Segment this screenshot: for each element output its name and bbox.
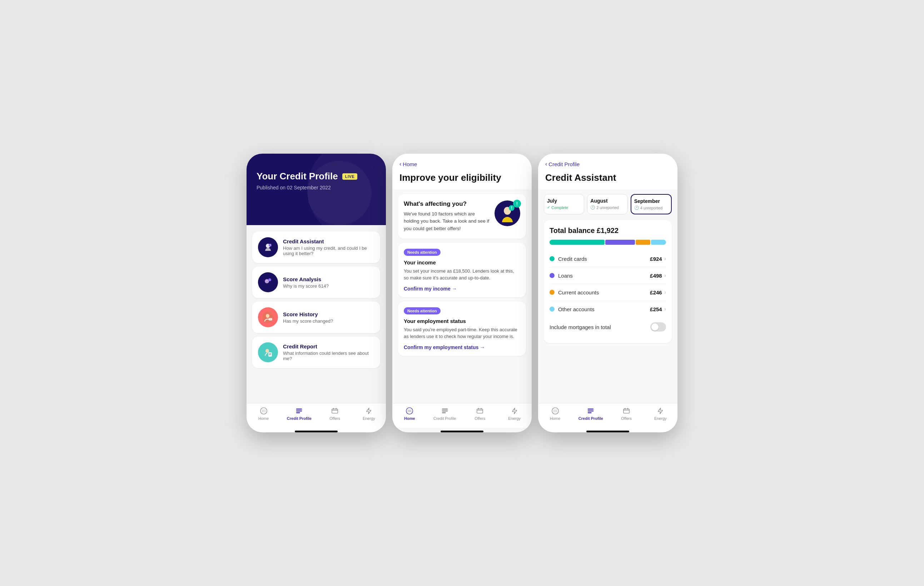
phone3-nav-offers[interactable]: Offers [615,407,637,421]
phone2-nav-credit-profile[interactable]: Credit Profile [434,407,456,421]
svg-point-53 [553,411,554,412]
svg-rect-30 [332,409,338,413]
phone3-nav-credit-profile-label: Credit Profile [579,416,603,421]
nav-credit-profile-label: Credit Profile [287,416,312,421]
phone3-nav-credit-profile[interactable]: Credit Profile [579,407,603,421]
back-chevron-icon-3: ‹ [545,161,547,167]
svg-rect-56 [588,409,594,410]
menu-card-score-analysis[interactable]: ? ! Score Analysis Why is my score 614? [252,267,380,298]
svg-point-11 [266,314,269,318]
balance-items: Credit cards £924 › Loans £498 › [549,251,666,317]
credit-cards-arrow: › [664,256,666,262]
svg-point-15 [266,349,269,353]
phone2-nav-home-label: Home [404,416,415,421]
loans-label: Loans [558,272,573,279]
svg-point-20 [260,408,267,414]
svg-point-26 [264,411,265,412]
credit-report-title: Credit Report [283,343,375,350]
phone3-nav-home[interactable]: Home [544,407,566,421]
nav-offers[interactable]: Offers [324,407,345,421]
svg-point-39 [411,410,411,411]
current-accounts-dot [549,290,554,295]
svg-point-24 [262,411,262,412]
balance-row-current-accounts[interactable]: Current accounts £246 › [549,284,666,301]
svg-rect-60 [625,408,625,410]
balance-title: Total balance £1,922 [549,226,666,235]
employment-desc: You said you're employed part-time. Keep… [404,326,520,340]
score-analysis-icon: ? ! [258,272,278,292]
svg-rect-44 [442,411,448,412]
svg-point-21 [262,410,262,411]
credit-cards-left: Credit cards [549,256,587,262]
loans-amount: £498 › [650,272,666,279]
phone3-content: July ✓ Complete August 🕐 2 unreported Se… [538,189,677,403]
nav-home-label: Home [258,416,269,421]
phone2-nav-offers[interactable]: Offers [469,407,490,421]
confirm-employment-link[interactable]: Confirm my employment status → [404,345,520,350]
phone1-bottom-nav: Home Credit Profile Offers Energy [247,403,386,428]
svg-rect-57 [588,411,594,412]
home-indicator-3 [586,431,629,432]
svg-rect-17 [269,353,271,354]
month-tab-july[interactable]: July ✓ Complete [544,194,584,215]
september-name: September [634,198,668,204]
phone3-bottom-nav: Home Credit Profile Offers Energy [538,403,677,428]
svg-point-52 [556,410,557,411]
confirm-employment-text: Confirm my employment status → [404,345,485,350]
score-analysis-text: Score Analysis Why is my score 614? [283,276,375,289]
nav-home[interactable]: Home [253,407,274,421]
balance-bar [549,240,666,245]
loans-dot [549,273,554,278]
month-tab-august[interactable]: August 🕐 2 unreported [587,194,627,215]
month-tab-september[interactable]: September 🕐 4 unreported [631,194,672,215]
credit-assistant-icon: ? [258,237,278,257]
svg-rect-29 [296,412,300,413]
menu-card-credit-report[interactable]: Credit Report What information could len… [252,337,380,368]
mortgages-toggle[interactable] [650,322,666,332]
balance-row-loans[interactable]: Loans £498 › [549,267,666,284]
svg-rect-32 [336,408,337,410]
phone1-title-row: Your Credit Profile LIVE [257,171,376,182]
confirm-income-link[interactable]: Confirm my income → [404,286,520,292]
phone3-nav-energy[interactable]: Energy [650,407,671,421]
svg-text:↑: ↑ [270,318,271,320]
employment-badge: Needs attention [404,307,441,314]
menu-card-credit-assistant[interactable]: ? Credit Assistant How am I using my cre… [252,231,380,263]
home-icon-3 [551,407,559,415]
svg-point-54 [555,411,556,412]
svg-rect-59 [624,409,630,413]
other-accounts-dot [549,307,554,312]
svg-point-55 [556,411,557,412]
bar-current-accounts [636,240,651,245]
credit-cards-dot [549,256,554,261]
august-name: August [590,198,624,204]
nav-energy-label: Energy [363,416,375,421]
menu-card-score-history[interactable]: ↑ Score History Has my score changed? [252,302,380,333]
credit-profile-icon-2 [441,407,449,415]
back-credit-profile-link[interactable]: ‹ Credit Profile [545,161,670,167]
phone1-header: Your Credit Profile LIVE Published on 02… [247,154,386,225]
back-home-link[interactable]: ‹ Home [399,161,525,167]
balance-row-other-accounts[interactable]: Other accounts £254 › [549,301,666,317]
phone2-nav-energy[interactable]: Energy [504,407,525,421]
credit-profile-title: Your Credit Profile [257,171,338,182]
svg-rect-27 [296,409,302,410]
svg-text:?: ? [266,281,267,282]
balance-row-credit-cards[interactable]: Credit cards £924 › [549,251,666,267]
svg-point-49 [552,408,558,414]
svg-text:?: ? [269,244,271,246]
credit-profile-icon-3 [587,407,594,415]
credit-assistant-text: Credit Assistant How am I using my credi… [283,238,375,256]
back-home-label: Home [403,161,417,167]
nav-credit-profile[interactable]: Credit Profile [287,407,312,421]
nav-energy[interactable]: Energy [358,407,380,421]
check-icon: ✓ [547,205,550,210]
phone3-page-title: Credit Assistant [545,172,670,183]
income-badge: Needs attention [404,249,441,256]
phone2-nav-energy-label: Energy [508,416,521,421]
phone3-header: ‹ Credit Profile Credit Assistant [538,154,677,189]
affecting-title: What's affecting you? [404,200,491,208]
phone2-nav-home[interactable]: Home [399,407,420,421]
svg-point-37 [408,410,409,411]
home-icon [260,407,267,415]
